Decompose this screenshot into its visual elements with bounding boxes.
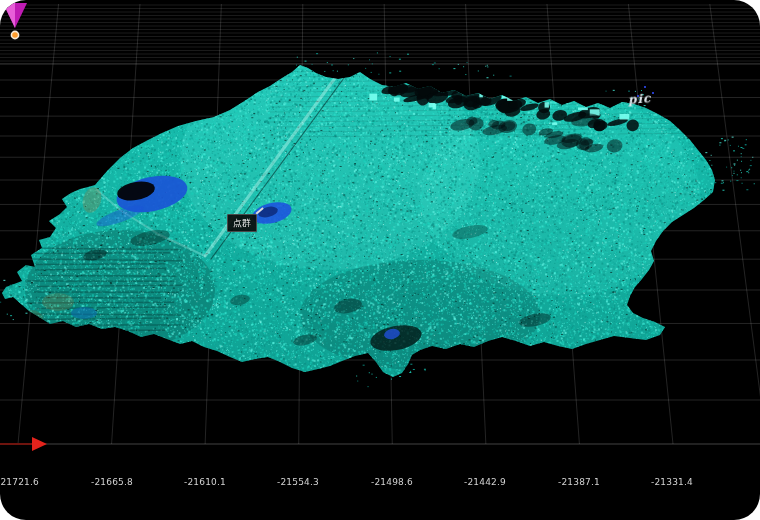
- point-label-text: 点群: [233, 218, 251, 228]
- watermark-text: pic: [627, 91, 651, 107]
- x-axis-tick-label: -21554.3: [277, 477, 319, 487]
- selected-point-marker[interactable]: [0, 0, 30, 42]
- x-axis-ticks: -21721.6 -21665.8 -21610.1 -21554.3 -214…: [0, 477, 760, 491]
- point-cloud-canvas[interactable]: [0, 0, 760, 520]
- pin-base-dot: [11, 31, 18, 38]
- x-axis-tick-label: -21610.1: [184, 477, 226, 487]
- 3d-viewport[interactable]: 点群 pic -21721.6 -21665.8 -21610.1 -21554…: [0, 0, 760, 520]
- x-axis-tick-label: -21665.8: [91, 477, 133, 487]
- x-axis-tick-label: -21721.6: [0, 477, 39, 487]
- axis-arrow-icon: [32, 437, 47, 451]
- x-axis-tick-label: -21442.9: [464, 477, 506, 487]
- x-axis-tick-label: -21331.4: [651, 477, 693, 487]
- x-axis-tick-label: -21498.6: [371, 477, 413, 487]
- x-axis-tick-label: -21387.1: [558, 477, 600, 487]
- point-label[interactable]: 点群: [227, 214, 257, 232]
- pin-highlight: [3, 3, 15, 28]
- x-axis-red-line: [0, 443, 32, 445]
